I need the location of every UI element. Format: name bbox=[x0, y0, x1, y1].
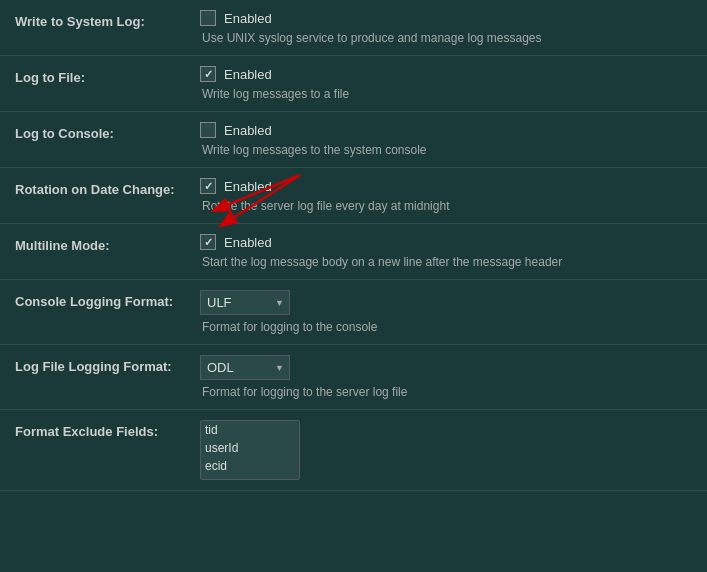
settings-page: Write to System Log:EnabledUse UNIX sysl… bbox=[0, 0, 707, 491]
description-log-to-file: Write log messages to a file bbox=[200, 87, 697, 101]
row-log-file-logging-format: Log File Logging Format:ULFODLSimpleForm… bbox=[0, 345, 707, 410]
enabled-label-log-to-file: Enabled bbox=[224, 67, 272, 82]
description-log-file-logging-format: Format for logging to the server log fil… bbox=[200, 385, 697, 399]
description-log-to-console: Write log messages to the system console bbox=[200, 143, 697, 157]
value-multiline-mode: EnabledStart the log message body on a n… bbox=[195, 224, 707, 279]
label-log-to-file: Log to File: bbox=[0, 56, 195, 97]
row-rotation-on-date-change: Rotation on Date Change:EnabledRotate th… bbox=[0, 168, 707, 224]
dropdown-console-logging-format[interactable]: ULFODLSimple bbox=[200, 290, 290, 315]
description-console-logging-format: Format for logging to the console bbox=[200, 320, 697, 334]
enabled-label-multiline-mode: Enabled bbox=[224, 235, 272, 250]
row-log-to-console: Log to Console:EnabledWrite log messages… bbox=[0, 112, 707, 168]
checkbox-log-to-console[interactable] bbox=[200, 122, 216, 138]
enabled-label-write-to-system-log: Enabled bbox=[224, 11, 272, 26]
row-format-exclude-fields: Format Exclude Fields:tiduserIdecid bbox=[0, 410, 707, 491]
label-console-logging-format: Console Logging Format: bbox=[0, 280, 195, 321]
dropdown-log-file-logging-format[interactable]: ULFODLSimple bbox=[200, 355, 290, 380]
description-multiline-mode: Start the log message body on a new line… bbox=[200, 255, 697, 269]
row-log-to-file: Log to File:EnabledWrite log messages to… bbox=[0, 56, 707, 112]
checkbox-multiline-mode[interactable] bbox=[200, 234, 216, 250]
value-console-logging-format: ULFODLSimpleFormat for logging to the co… bbox=[195, 280, 707, 344]
label-log-file-logging-format: Log File Logging Format: bbox=[0, 345, 195, 386]
dropdown-wrapper-log-file-logging-format: ULFODLSimple bbox=[200, 355, 290, 380]
value-format-exclude-fields: tiduserIdecid bbox=[195, 410, 707, 490]
value-log-to-console: EnabledWrite log messages to the system … bbox=[195, 112, 707, 167]
checkbox-write-to-system-log[interactable] bbox=[200, 10, 216, 26]
label-write-to-system-log: Write to System Log: bbox=[0, 0, 195, 41]
row-write-to-system-log: Write to System Log:EnabledUse UNIX sysl… bbox=[0, 0, 707, 56]
checkbox-rotation-on-date-change[interactable] bbox=[200, 178, 216, 194]
enabled-label-rotation-on-date-change: Enabled bbox=[224, 179, 272, 194]
description-rotation-on-date-change: Rotate the server log file every day at … bbox=[200, 199, 697, 213]
value-write-to-system-log: EnabledUse UNIX syslog service to produc… bbox=[195, 0, 707, 55]
label-log-to-console: Log to Console: bbox=[0, 112, 195, 153]
checkbox-log-to-file[interactable] bbox=[200, 66, 216, 82]
row-multiline-mode: Multiline Mode:EnabledStart the log mess… bbox=[0, 224, 707, 280]
label-format-exclude-fields: Format Exclude Fields: bbox=[0, 410, 195, 451]
row-console-logging-format: Console Logging Format:ULFODLSimpleForma… bbox=[0, 280, 707, 345]
description-write-to-system-log: Use UNIX syslog service to produce and m… bbox=[200, 31, 697, 45]
value-log-file-logging-format: ULFODLSimpleFormat for logging to the se… bbox=[195, 345, 707, 409]
value-log-to-file: EnabledWrite log messages to a file bbox=[195, 56, 707, 111]
label-multiline-mode: Multiline Mode: bbox=[0, 224, 195, 265]
settings-table: Write to System Log:EnabledUse UNIX sysl… bbox=[0, 0, 707, 491]
value-rotation-on-date-change: EnabledRotate the server log file every … bbox=[195, 168, 707, 223]
enabled-label-log-to-console: Enabled bbox=[224, 123, 272, 138]
listbox-format-exclude-fields[interactable]: tiduserIdecid bbox=[200, 420, 300, 480]
label-rotation-on-date-change: Rotation on Date Change: bbox=[0, 168, 195, 209]
dropdown-wrapper-console-logging-format: ULFODLSimple bbox=[200, 290, 290, 315]
